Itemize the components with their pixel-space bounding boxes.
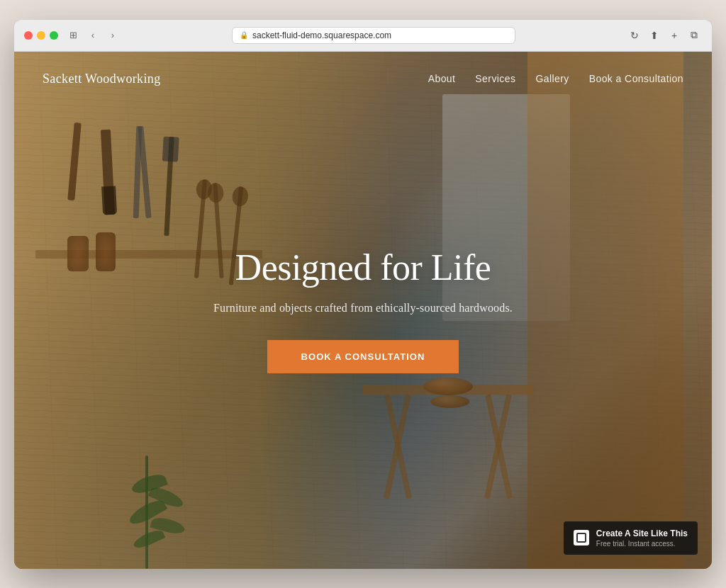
hero-title: Designed for Life (235, 247, 491, 289)
browser-action-buttons: ↻ ⬆ + ⧉ (627, 28, 702, 43)
share-button[interactable]: ⬆ (647, 28, 662, 43)
reload-button[interactable]: ↻ (627, 28, 642, 43)
forward-button[interactable]: › (105, 28, 121, 43)
traffic-lights (24, 31, 58, 40)
nav-links: About Services Gallery Book a Consultati… (428, 73, 683, 84)
squarespace-badge[interactable]: Create A Site Like This Free trial. Inst… (564, 521, 698, 555)
site-brand[interactable]: Sackett Woodworking (43, 72, 161, 86)
badge-subtext: Free trial. Instant access. (596, 540, 688, 548)
lock-icon: 🔒 (240, 31, 248, 39)
hero-content: Designed for Life Furniture and objects … (14, 52, 712, 569)
tab-overview-button[interactable]: ⧉ (686, 28, 702, 43)
main-navigation: Sackett Woodworking About Services Galle… (14, 52, 712, 106)
add-tab-button[interactable]: + (666, 28, 682, 43)
maximize-button[interactable] (50, 31, 58, 40)
nav-about[interactable]: About (428, 73, 456, 84)
nav-services[interactable]: Services (475, 73, 515, 84)
address-bar[interactable]: 🔒 sackett-fluid-demo.squarespace.com (232, 27, 515, 44)
badge-text-container: Create A Site Like This Free trial. Inst… (596, 528, 688, 548)
browser-chrome: ⊞ ‹ › 🔒 sackett-fluid-demo.squarespace.c… (14, 20, 712, 52)
sidebar-toggle-button[interactable]: ⊞ (65, 28, 81, 43)
squarespace-logo-inner (576, 533, 586, 543)
browser-window: ⊞ ‹ › 🔒 sackett-fluid-demo.squarespace.c… (14, 20, 712, 569)
url-text: sackett-fluid-demo.squarespace.com (252, 30, 391, 40)
nav-book-consultation[interactable]: Book a Consultation (589, 73, 683, 84)
hero-subtitle: Furniture and objects crafted from ethic… (213, 302, 513, 315)
close-button[interactable] (24, 31, 33, 40)
back-button[interactable]: ‹ (85, 28, 101, 43)
badge-headline: Create A Site Like This (596, 528, 688, 540)
browser-controls: ⊞ ‹ › (65, 28, 121, 43)
squarespace-logo (574, 530, 589, 545)
nav-gallery[interactable]: Gallery (535, 73, 569, 84)
website-content: Sackett Woodworking About Services Galle… (14, 52, 712, 569)
book-consultation-cta-button[interactable]: Book a Consultation (267, 340, 459, 373)
address-bar-wrapper: 🔒 sackett-fluid-demo.squarespace.com (128, 27, 620, 44)
minimize-button[interactable] (37, 31, 45, 40)
